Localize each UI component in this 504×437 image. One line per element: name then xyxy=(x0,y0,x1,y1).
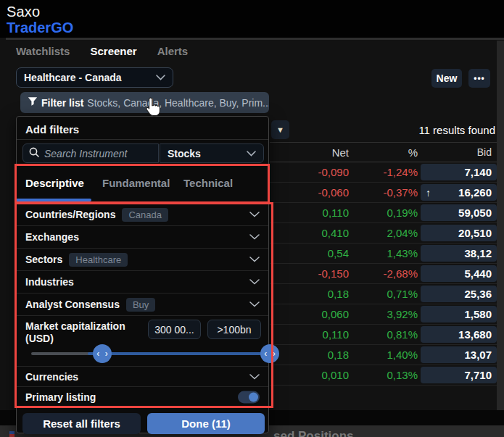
table-row[interactable]: 0,110 0,81% 13,680 xyxy=(270,325,497,345)
filter-row-market-cap: Market capitalization (USD) 300 00... >1… xyxy=(17,316,268,367)
pct-value: 0,71% xyxy=(349,288,418,300)
pct-value: -0,37% xyxy=(349,186,418,199)
results-toolbar: ▼ 11 results found xyxy=(270,118,497,142)
net-value: 0,54 xyxy=(270,247,349,259)
bid-value: 13,07 xyxy=(464,349,492,361)
slider-handle-icon: ‹ › xyxy=(96,349,109,359)
column-header-bid[interactable]: Bid xyxy=(421,144,497,161)
sort-filter-button[interactable]: ▼ xyxy=(271,120,289,139)
tab-alerts[interactable]: Alerts xyxy=(157,45,189,57)
brand-saxo: Saxo xyxy=(7,4,40,20)
net-value: 0,110 xyxy=(270,328,349,341)
bid-value: 1,580 xyxy=(464,308,492,320)
more-options-button[interactable]: ••• xyxy=(468,69,490,88)
table-row[interactable]: -0,150 -2,68% 5,440 xyxy=(270,264,497,284)
category-tabs: Descriptive Fundamental Technical xyxy=(17,165,268,204)
bid-value: 59,050 xyxy=(458,207,492,219)
filter-label: Industries xyxy=(25,276,74,288)
search-icon xyxy=(29,147,39,160)
filter-row-analyst-consensus[interactable]: Analyst Consensus Buy xyxy=(17,294,268,316)
tab-watchlists[interactable]: Watchlists xyxy=(16,45,70,57)
filter-label: Primary listing xyxy=(25,391,96,403)
panel-title: Add filters xyxy=(25,123,79,136)
bid-value: 7,710 xyxy=(464,369,492,381)
net-value: -0,150 xyxy=(270,267,349,280)
tab-fundamental[interactable]: Fundamental xyxy=(102,177,170,189)
table-header-row: Net % Bid xyxy=(270,142,497,162)
bid-button[interactable]: 5,440 xyxy=(421,265,497,282)
slider-handle-min[interactable]: ‹ › xyxy=(93,344,112,363)
slider-handle-icon: ‹ › xyxy=(264,349,276,359)
market-cap-max-input[interactable]: >100bn xyxy=(207,320,261,339)
filter-list-button[interactable]: Filter list Stocks, Canada, Healthcare, … xyxy=(20,92,269,113)
new-button[interactable]: New xyxy=(431,69,462,88)
instrument-type-select[interactable]: Stocks xyxy=(160,143,264,163)
background-fragment-icon xyxy=(9,431,15,437)
bid-button[interactable]: 38,12 xyxy=(421,245,497,262)
active-tab-underline xyxy=(17,199,91,201)
table-row[interactable]: 0,410 2,04% 20,510 xyxy=(270,223,497,244)
module-tabs: Watchlists Screener Alerts xyxy=(16,45,188,57)
column-header-pct[interactable]: % xyxy=(349,146,418,159)
search-row: Stocks xyxy=(17,143,268,164)
pct-value: 0,13% xyxy=(349,369,418,381)
table-row[interactable]: 0,110 0,19% 59,050 xyxy=(270,203,497,223)
tab-descriptive[interactable]: Descriptive xyxy=(25,177,84,189)
filter-label: Countries/Regions xyxy=(25,209,115,220)
slider-track-active[interactable] xyxy=(88,352,270,355)
scrollbar[interactable] xyxy=(497,41,504,419)
bid-value: 20,510 xyxy=(458,227,492,239)
bid-button[interactable]: 13,07 xyxy=(421,346,497,363)
slider-handle-max[interactable]: ‹ › xyxy=(260,344,279,363)
top-bar: Saxo TraderGO xyxy=(0,0,504,38)
search-box[interactable] xyxy=(22,143,159,163)
column-header-net[interactable]: Net xyxy=(270,146,349,159)
bid-button[interactable]: 25,36 xyxy=(421,286,497,302)
pct-value: 3,92% xyxy=(349,308,418,320)
filter-badge: Buy xyxy=(126,298,155,312)
add-filters-panel: Add filters Stocks Descriptive Fundament… xyxy=(16,116,269,433)
primary-listing-toggle[interactable] xyxy=(238,391,260,403)
table-row[interactable]: -0,060 -0,37% ↑16,260 xyxy=(270,183,497,203)
done-button[interactable]: Done (11) xyxy=(147,413,265,434)
filter-row-countries[interactable]: Countries/Regions Canada xyxy=(17,204,268,226)
filter-row-currencies[interactable]: Currencies xyxy=(17,367,268,387)
filter-row-industries[interactable]: Industries xyxy=(17,271,268,294)
bid-button[interactable]: 13,680 xyxy=(421,326,497,343)
bid-button[interactable]: 7,140 xyxy=(421,164,497,180)
search-input[interactable] xyxy=(44,148,146,159)
filter-row-sectors[interactable]: Sectors Healthcare xyxy=(17,249,268,271)
ellipsis-icon: ••• xyxy=(474,73,485,83)
net-value: 0,010 xyxy=(270,369,349,381)
table-row[interactable]: 0,18 1,40% 13,07 xyxy=(270,345,497,365)
table-row[interactable]: 0,54 1,43% 38,12 xyxy=(270,244,497,264)
tab-technical[interactable]: Technical xyxy=(183,177,233,189)
filter-list-label: Filter list xyxy=(41,97,83,109)
screener-preset-select[interactable]: Healthcare - Canada xyxy=(16,67,173,88)
market-cap-min-input[interactable]: 300 00... xyxy=(148,320,201,339)
table-row[interactable]: 0,010 0,13% 7,710 xyxy=(270,365,497,386)
bid-button[interactable]: 1,580 xyxy=(421,306,497,322)
bid-button[interactable]: 20,510 xyxy=(421,225,497,241)
triangle-down-icon: ▼ xyxy=(276,125,284,134)
filter-label: Exchanges xyxy=(25,231,79,243)
table-row[interactable]: -0,090 -1,24% 7,140 xyxy=(270,162,497,183)
filter-list-summary: Stocks, Canada, Healthcare, Buy, Prim... xyxy=(87,97,269,109)
bid-button[interactable]: 59,050 xyxy=(421,204,497,221)
funnel-icon xyxy=(28,96,38,109)
filter-row-exchanges[interactable]: Exchanges xyxy=(17,226,268,249)
net-value: 0,110 xyxy=(270,207,349,219)
tab-screener[interactable]: Screener xyxy=(90,45,136,57)
filter-badge: Healthcare xyxy=(69,253,128,267)
panel-footer: Reset all filters Done (11) xyxy=(17,408,268,434)
reset-all-filters-button[interactable]: Reset all filters xyxy=(22,413,141,434)
bid-value: 16,260 xyxy=(458,186,492,199)
bid-value: 25,36 xyxy=(464,288,492,300)
toggle-knob xyxy=(249,392,258,401)
net-value: 0,18 xyxy=(270,349,349,361)
table-row[interactable]: 0,18 0,71% 25,36 xyxy=(270,284,497,304)
bid-button[interactable]: ↑16,260 xyxy=(421,184,497,201)
bid-button[interactable]: 7,710 xyxy=(421,367,497,383)
pct-value: 1,40% xyxy=(349,349,418,361)
table-row[interactable]: 0,060 3,92% 1,580 xyxy=(270,304,497,325)
